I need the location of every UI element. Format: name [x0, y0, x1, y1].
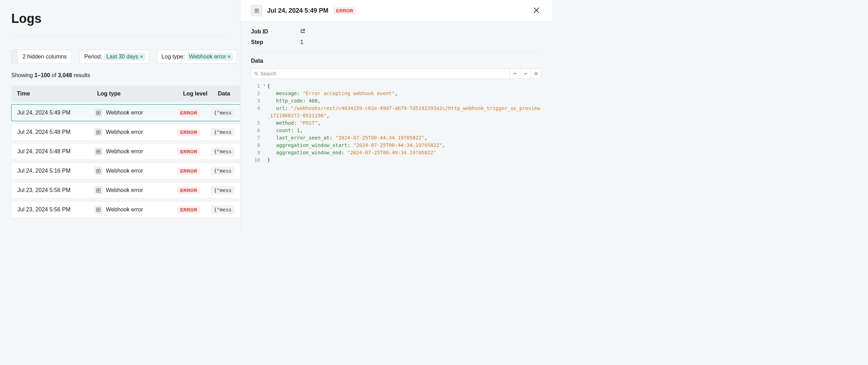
json-line: 1▾{ — [251, 82, 541, 90]
json-line: 4 url: "/webhooks/rest/c4034159-c62e-49d… — [251, 105, 541, 119]
data-preview: {"mess — [211, 128, 234, 136]
log-type-icon — [95, 128, 102, 136]
line-number: 6 — [251, 127, 262, 134]
filter-period[interactable]: Period: Last 30 days ✕ — [80, 50, 149, 64]
json-code: message: "Error accepting webhook event"… — [267, 90, 541, 97]
cell-data: {"mess — [211, 187, 234, 193]
search-icon — [254, 72, 258, 76]
hidden-columns-button[interactable]: 2 hidden columns — [11, 50, 72, 64]
cell-data: {"mess — [211, 168, 234, 174]
data-preview: {"mess — [211, 205, 234, 214]
json-line: 10} — [251, 156, 541, 164]
fold-toggle — [262, 119, 267, 127]
data-preview: {"mess — [211, 167, 234, 175]
svg-line-35 — [257, 74, 258, 75]
log-type-icon — [95, 148, 102, 155]
table-row[interactable]: Jul 23, 2024 5:56 PM Webhook error ERROR… — [11, 201, 240, 218]
json-viewer[interactable]: 1▾{2 message: "Error accepting webhook e… — [251, 82, 541, 165]
cell-time: Jul 24, 2024 5:48 PM — [17, 129, 95, 135]
line-number: 5 — [251, 119, 262, 127]
line-number: 10 — [251, 156, 262, 164]
log-type-text: Webhook error — [106, 168, 143, 174]
detail-body: Job ID Step 1 Data Search — [240, 21, 552, 232]
search-next-button[interactable] — [520, 69, 530, 79]
detail-type-icon — [251, 5, 262, 16]
logs-table: Time Log type Log level Data Jul 24, 202… — [11, 86, 240, 218]
table-header: Time Log type Log level Data — [11, 86, 240, 102]
cell-log-type: Webhook error — [95, 206, 177, 214]
table-row[interactable]: Jul 24, 2024 5:48 PM Webhook error ERROR… — [11, 124, 240, 141]
log-type-text: Webhook error — [106, 187, 143, 193]
cell-data: {"mess — [211, 206, 234, 213]
cell-log-level: ERROR — [177, 206, 211, 213]
search-input[interactable]: Search — [251, 69, 509, 79]
columns-icon — [12, 50, 18, 63]
close-button[interactable] — [532, 5, 541, 16]
cell-data: {"mess — [211, 148, 234, 155]
line-number: 3 — [251, 97, 262, 105]
json-code: aggregation_window_start: "2024-07-25T00… — [267, 142, 541, 149]
cell-time: Jul 24, 2024 5:49 PM — [17, 110, 95, 116]
json-line: 8 aggregation_window_start: "2024-07-25T… — [251, 142, 541, 149]
json-code: last_error_seen_at: "2024-07-25T00:44:34… — [267, 134, 541, 142]
cell-data: {"mess — [211, 110, 234, 116]
fold-toggle — [262, 149, 267, 156]
detail-title-time: Jul 24, 2024 5:49 PM — [267, 7, 328, 14]
filter-log-type[interactable]: Log type: Webhook error ✕ — [157, 50, 237, 64]
table-row[interactable]: Jul 24, 2024 5:48 PM Webhook error ERROR… — [11, 143, 240, 160]
log-type-icon — [95, 109, 102, 117]
results-summary: Showing 1–100 of 3,048 results — [11, 72, 240, 79]
col-header-log-level[interactable]: Log level — [183, 91, 218, 97]
cell-data: {"mess — [211, 129, 234, 135]
fold-toggle — [262, 142, 267, 149]
json-code: { — [267, 82, 541, 90]
clear-log-type-icon[interactable]: ✕ — [227, 54, 231, 59]
col-header-data[interactable]: Data — [218, 91, 234, 97]
col-header-time[interactable]: Time — [17, 91, 97, 97]
cell-log-type: Webhook error — [95, 186, 177, 194]
cell-log-level: ERROR — [177, 168, 211, 174]
json-code: method: "POST", — [267, 119, 541, 127]
cell-time: Jul 24, 2024 5:48 PM — [17, 148, 95, 155]
table-row[interactable]: Jul 24, 2024 5:16 PM Webhook error ERROR… — [11, 162, 240, 179]
json-code: url: "/webhooks/rest/c4034159-c62e-49d7-… — [267, 105, 541, 119]
search-prev-button[interactable] — [509, 69, 520, 79]
job-id-link[interactable] — [300, 29, 305, 35]
log-type-text: Webhook error — [106, 129, 143, 135]
col-header-log-type[interactable]: Log type — [97, 91, 183, 97]
cell-log-type: Webhook error — [95, 148, 177, 155]
cell-log-level: ERROR — [177, 110, 211, 116]
main-panel: Logs 2 hidden columns Period: Last 30 da… — [0, 0, 240, 232]
meta-job-id: Job ID — [251, 29, 541, 35]
line-number: 7 — [251, 134, 262, 142]
fold-toggle — [262, 97, 267, 105]
fold-toggle[interactable]: ▾ — [262, 82, 267, 90]
chevron-up-icon — [513, 72, 517, 75]
svg-point-34 — [255, 72, 257, 75]
json-code: count: 1, — [267, 127, 541, 134]
json-line: 6 count: 1, — [251, 127, 541, 134]
line-number: 1 — [251, 82, 262, 90]
log-type-icon — [95, 206, 102, 214]
fold-toggle — [262, 105, 267, 119]
filter-log-type-value: Webhook error ✕ — [187, 53, 233, 61]
cell-log-type: Webhook error — [95, 128, 177, 136]
level-badge: ERROR — [177, 129, 200, 136]
log-type-icon — [95, 167, 102, 175]
json-code: http_code: 400, — [267, 97, 541, 105]
step-label: Step — [251, 39, 300, 45]
job-id-label: Job ID — [251, 29, 300, 35]
filter-period-label: Period: — [84, 54, 102, 60]
level-badge: ERROR — [177, 167, 200, 175]
search-clear-button[interactable] — [530, 69, 541, 79]
json-code: aggregation_window_end: "2024-07-25T00:4… — [267, 149, 541, 156]
cell-time: Jul 23, 2024 5:56 PM — [17, 206, 95, 213]
table-row[interactable]: Jul 23, 2024 5:56 PM Webhook error ERROR… — [11, 182, 240, 199]
log-type-text: Webhook error — [106, 148, 143, 155]
json-line: 7 last_error_seen_at: "2024-07-25T00:44:… — [251, 134, 541, 142]
step-value: 1 — [300, 39, 303, 45]
data-preview: {"mess — [211, 186, 234, 194]
table-row[interactable]: Jul 24, 2024 5:49 PM Webhook error ERROR… — [11, 104, 240, 121]
svg-line-33 — [303, 29, 305, 31]
clear-period-icon[interactable]: ✕ — [140, 54, 143, 59]
